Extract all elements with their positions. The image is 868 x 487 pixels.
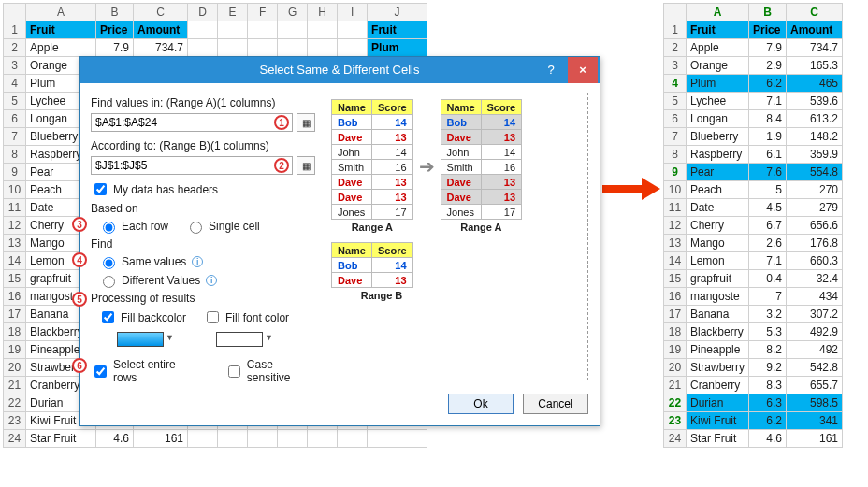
info-icon[interactable]: i [206, 275, 217, 286]
annotation-3: 3 [72, 217, 87, 232]
demo-range-a-after-label: Range A [441, 222, 523, 233]
info-icon[interactable]: i [192, 256, 203, 267]
demo-range-a-before: NameScoreBob14Dave13John14Smith16Dave13D… [331, 99, 413, 220]
range-a-selector-icon[interactable]: ▦ [297, 113, 315, 132]
fill-fontcolor-checkbox[interactable] [207, 311, 219, 323]
dialog-preview-panel: NameScoreBob14Dave13John14Smith16Dave13D… [325, 93, 588, 380]
annotation-6: 6 [72, 358, 87, 373]
backcolor-picker[interactable] [117, 332, 164, 347]
dialog-title: Select Same & Different Cells [260, 63, 420, 77]
according-to-label: According to: (Range B)(1 columns) [91, 139, 315, 152]
arrow-icon: ➔ [419, 157, 435, 176]
help-button[interactable]: ? [536, 57, 566, 83]
each-row-label: Each row [122, 220, 168, 233]
different-values-radio[interactable] [103, 276, 115, 288]
find-values-label: Find values in: (Range A)(1 columns) [91, 96, 315, 109]
single-cell-radio[interactable] [190, 222, 202, 234]
annotation-4: 4 [72, 252, 87, 267]
find-label: Find [91, 237, 112, 251]
fontcolor-picker[interactable] [216, 332, 263, 347]
demo-range-b-label: Range B [331, 290, 432, 301]
based-on-label: Based on [91, 202, 138, 215]
range-a-input[interactable] [91, 113, 293, 132]
demo-range-b: NameScoreBob14Dave13 [331, 242, 413, 288]
cancel-button[interactable]: Cancel [523, 394, 588, 414]
case-sensitive-label: Case sensitive [247, 358, 315, 384]
result-arrow [602, 180, 660, 197]
fill-backcolor-label: Fill backcolor [121, 311, 186, 324]
each-row-radio[interactable] [103, 222, 115, 234]
range-b-input[interactable] [91, 156, 293, 175]
has-headers-checkbox[interactable] [94, 183, 107, 195]
worksheet-right[interactable]: ABC1FruitPriceAmount2Apple7.9734.73Orang… [663, 3, 843, 448]
fill-fontcolor-label: Fill font color [225, 311, 289, 324]
annotation-2: 2 [274, 158, 289, 173]
demo-range-a-after: NameScoreBob14Dave13John14Smith16Dave13D… [441, 99, 523, 220]
demo-range-a-label: Range A [331, 222, 413, 233]
range-b-selector-icon[interactable]: ▦ [297, 156, 315, 175]
case-sensitive-checkbox[interactable] [228, 365, 240, 378]
same-values-radio[interactable] [103, 257, 115, 269]
close-button[interactable]: × [568, 57, 598, 83]
has-headers-label: My data has headers [113, 183, 218, 196]
fill-backcolor-checkbox[interactable] [102, 311, 114, 323]
select-entire-rows-label: Select entire rows [113, 358, 198, 384]
dialog-options-panel: Find values in: (Range A)(1 columns) 1 ▦… [91, 93, 315, 414]
different-values-label: Different Values [122, 274, 200, 287]
processing-label: Processing of results [91, 292, 195, 305]
ok-button[interactable]: Ok [448, 394, 514, 414]
dialog-titlebar: Select Same & Different Cells ? × [80, 57, 600, 83]
same-values-label: Same values [122, 255, 186, 268]
annotation-5: 5 [72, 292, 87, 307]
single-cell-label: Single cell [209, 220, 260, 233]
select-cells-dialog: Select Same & Different Cells ? × Find v… [79, 56, 600, 426]
select-entire-rows-checkbox[interactable] [94, 365, 107, 378]
annotation-1: 1 [274, 115, 289, 130]
